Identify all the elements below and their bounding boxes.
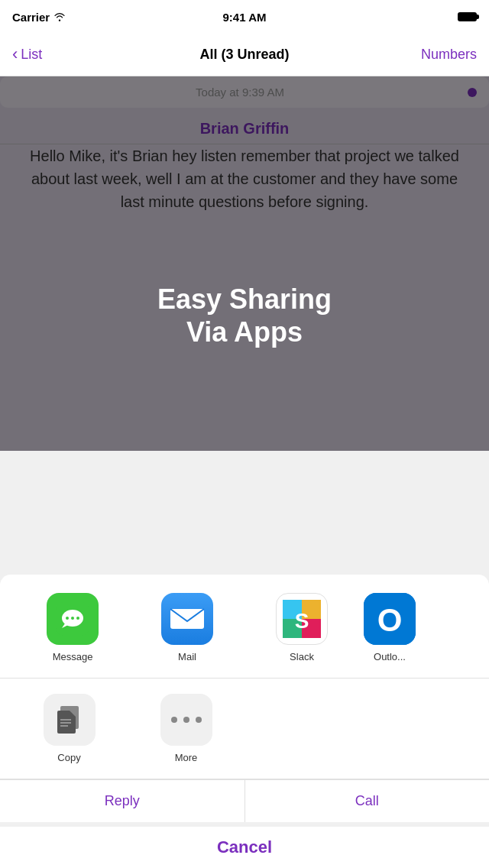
- action-item-copy[interactable]: Copy: [18, 694, 120, 763]
- copy-icon: [54, 703, 85, 737]
- overlay-text: Easy Sharing Via Apps: [0, 283, 489, 348]
- status-bar: Carrier 9:41 AM: [0, 0, 489, 34]
- action-spacer-2: [369, 694, 471, 763]
- actions-row: Copy More: [0, 679, 489, 779]
- share-sheet: Message Mail: [0, 575, 489, 868]
- slack-app-svg: S: [279, 596, 325, 642]
- svg-point-19: [196, 717, 202, 723]
- svg-point-18: [183, 717, 189, 723]
- nav-bar: ‹ List All (3 Unread) Numbers: [0, 34, 489, 76]
- apps-row: Message Mail: [0, 575, 489, 679]
- back-button[interactable]: ‹ List: [12, 47, 42, 63]
- cancel-bar: Cancel: [0, 822, 489, 868]
- svg-rect-12: [57, 711, 76, 734]
- svg-text:O: O: [377, 602, 403, 638]
- content-area: Today at 9:39 AM Brian Griffin Hello Mik…: [0, 76, 489, 451]
- app-icon-mail: [161, 593, 213, 645]
- svg-point-4: [71, 617, 74, 620]
- status-time: 9:41 AM: [223, 11, 267, 24]
- action-label-copy: Copy: [57, 752, 80, 763]
- app-icon-message: [47, 593, 99, 645]
- call-button[interactable]: Call: [245, 780, 490, 822]
- app-label-mail: Mail: [178, 651, 196, 662]
- status-right: [458, 12, 477, 21]
- mail-app-svg: [169, 606, 206, 632]
- app-item-mail[interactable]: Mail: [130, 593, 244, 662]
- nav-right-button[interactable]: Numbers: [421, 47, 477, 63]
- app-item-slack[interactable]: S Slack: [244, 593, 359, 662]
- message-app-svg: [56, 602, 89, 636]
- more-icon: [170, 712, 203, 727]
- app-item-message[interactable]: Message: [15, 593, 130, 662]
- outlook-app-svg: O: [364, 593, 416, 645]
- app-icon-outlook: O: [364, 593, 416, 645]
- cancel-button[interactable]: Cancel: [217, 837, 272, 857]
- app-item-outlook[interactable]: O Outlo...: [359, 593, 420, 662]
- battery-icon: [458, 12, 477, 21]
- nav-title: All (3 Unread): [199, 47, 289, 63]
- app-icon-slack: S: [276, 593, 328, 645]
- app-label-outlook: Outlo...: [374, 651, 406, 662]
- app-label-slack: Slack: [290, 651, 314, 662]
- action-item-more[interactable]: More: [135, 694, 237, 763]
- action-spacer-1: [252, 694, 354, 763]
- carrier-label: Carrier: [12, 11, 66, 24]
- back-label: List: [21, 47, 42, 63]
- dim-overlay: [0, 76, 489, 451]
- bottom-buttons: Reply Call: [0, 779, 489, 822]
- svg-point-17: [171, 717, 177, 723]
- copy-icon-wrap: [44, 694, 96, 746]
- action-label-more: More: [175, 752, 198, 763]
- svg-point-3: [66, 617, 69, 620]
- wifi-icon: [53, 12, 66, 21]
- more-icon-wrap: [160, 694, 212, 746]
- overlay-line1: Easy Sharing: [15, 283, 474, 316]
- svg-text:S: S: [295, 609, 309, 633]
- share-panel: Message Mail: [0, 575, 489, 822]
- app-label-message: Message: [53, 651, 93, 662]
- back-arrow-icon: ‹: [12, 46, 18, 63]
- svg-point-5: [76, 617, 79, 620]
- reply-button[interactable]: Reply: [0, 780, 245, 822]
- overlay-line2: Via Apps: [15, 316, 474, 348]
